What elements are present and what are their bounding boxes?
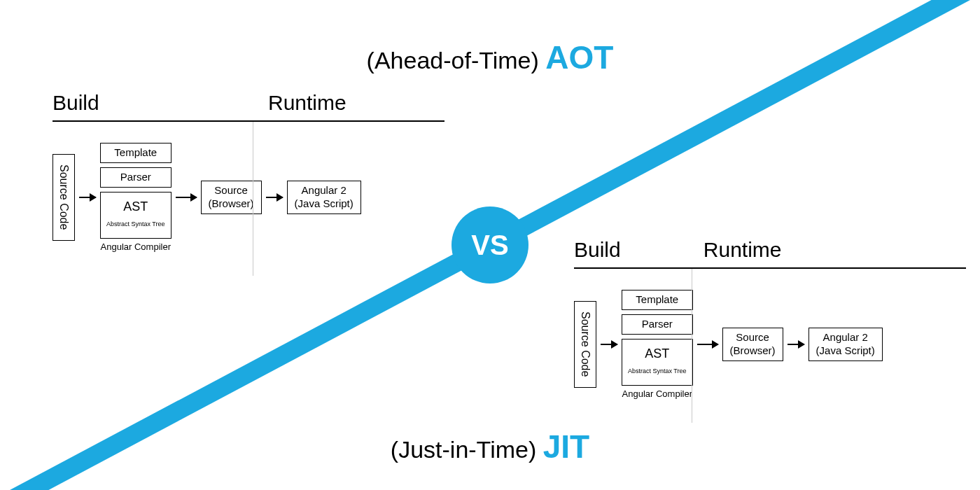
ast-main-label: AST	[106, 200, 165, 214]
vs-badge: VS	[451, 206, 528, 284]
jit-panel: Build Runtime Source Code Template Parse…	[574, 238, 966, 399]
arrow-icon	[176, 197, 197, 198]
compiler-stack: Template Parser AST Abstract Syntax Tree…	[622, 290, 693, 399]
ast-sub-label: Abstract Syntax Tree	[628, 368, 687, 375]
output-box: Angular 2 (Java Script)	[287, 181, 361, 214]
ast-sub-label: Abstract Syntax Tree	[106, 221, 165, 228]
jit-runtime-header: Runtime	[704, 238, 966, 267]
jit-section-headers: Build Runtime	[574, 238, 966, 269]
title-aot: (Ahead-of-Time) AOT	[367, 38, 614, 76]
ast-box: AST Abstract Syntax Tree	[622, 339, 693, 386]
compiler-stack: Template Parser AST Abstract Syntax Tree…	[100, 143, 172, 252]
parser-box: Parser	[622, 314, 693, 335]
jit-build-header: Build	[574, 238, 704, 267]
jit-divider-line	[692, 269, 692, 423]
arrow-icon	[601, 344, 617, 345]
jit-full-label: (Just-in-Time)	[391, 436, 536, 463]
aot-panel: Build Runtime Source Code Template Parse…	[52, 91, 444, 252]
jit-flow: Source Code Template Parser AST Abstract…	[574, 290, 966, 399]
template-box: Template	[100, 143, 172, 163]
aot-section-headers: Build Runtime	[52, 91, 444, 122]
aot-full-label: (Ahead-of-Time)	[367, 47, 539, 74]
aot-divider-line	[253, 122, 253, 276]
jit-abbr: JIT	[543, 428, 589, 465]
source-code-box: Source Code	[574, 301, 596, 387]
compiler-label: Angular Compiler	[622, 388, 692, 399]
aot-build-header: Build	[52, 91, 268, 120]
arrow-icon	[697, 344, 718, 345]
output-box: Angular 2 (Java Script)	[808, 328, 883, 361]
ast-box: AST Abstract Syntax Tree	[100, 192, 172, 239]
title-jit: (Just-in-Time) JIT	[391, 428, 589, 465]
aot-runtime-header: Runtime	[268, 91, 444, 120]
compiler-label: Angular Compiler	[101, 241, 171, 252]
aot-abbr: AOT	[545, 39, 613, 76]
source-code-box: Source Code	[52, 154, 75, 240]
arrow-icon	[266, 197, 283, 198]
parser-box: Parser	[100, 167, 172, 188]
ast-main-label: AST	[628, 347, 687, 361]
arrow-icon	[79, 197, 96, 198]
arrow-icon	[788, 344, 804, 345]
aot-flow: Source Code Template Parser AST Abstract…	[52, 143, 444, 252]
browser-box: Source (Browser)	[722, 328, 783, 361]
template-box: Template	[622, 290, 693, 310]
